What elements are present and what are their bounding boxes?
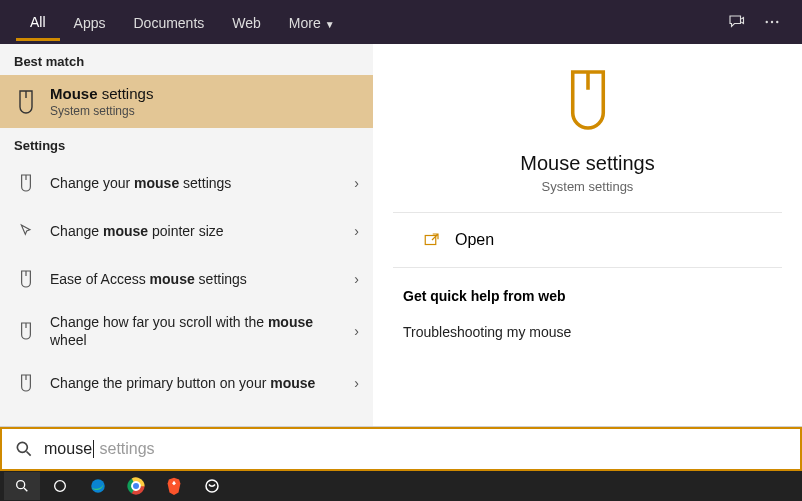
setting-item[interactable]: Change the primary button on your mouse …: [0, 359, 373, 407]
tab-documents[interactable]: Documents: [119, 5, 218, 39]
search-bar[interactable]: mouse settings: [0, 427, 802, 471]
setting-item[interactable]: Ease of Access mouse settings ›: [0, 255, 373, 303]
open-action[interactable]: Open: [393, 213, 782, 268]
chevron-right-icon: ›: [354, 223, 359, 239]
search-icon: [14, 439, 34, 459]
taskbar-app-icon[interactable]: [194, 472, 230, 500]
mouse-icon: [14, 317, 38, 345]
help-section-header: Get quick help from web: [373, 268, 802, 312]
svg-point-5: [17, 481, 25, 489]
setting-item[interactable]: Change your mouse settings ›: [0, 159, 373, 207]
tab-all[interactable]: All: [16, 4, 60, 41]
svg-point-0: [766, 21, 768, 23]
mouse-icon: [14, 88, 38, 116]
setting-item[interactable]: Change mouse pointer size ›: [0, 207, 373, 255]
mouse-icon: [14, 369, 38, 397]
chevron-right-icon: ›: [354, 375, 359, 391]
tab-more[interactable]: More▼: [275, 5, 349, 39]
taskbar-brave-icon[interactable]: [156, 472, 192, 500]
pointer-icon: [14, 217, 38, 245]
tab-apps[interactable]: Apps: [60, 5, 120, 39]
chevron-right-icon: ›: [354, 323, 359, 339]
svg-point-2: [776, 21, 778, 23]
taskbar: [0, 471, 802, 501]
settings-section-label: Settings: [0, 128, 373, 159]
mouse-icon: [14, 265, 38, 293]
setting-item-label: Change your mouse settings: [50, 174, 342, 192]
more-options-icon[interactable]: [758, 8, 786, 36]
feedback-icon[interactable]: [722, 8, 750, 36]
taskbar-search-icon[interactable]: [4, 472, 40, 500]
setting-item-label: Change the primary button on your mouse: [50, 374, 342, 392]
chevron-down-icon: ▼: [325, 19, 335, 30]
setting-item-label: Change mouse pointer size: [50, 222, 342, 240]
help-link[interactable]: Troubleshooting my mouse: [373, 312, 802, 352]
svg-point-4: [17, 442, 27, 452]
tab-more-label: More: [289, 15, 321, 31]
text-cursor: [93, 440, 94, 458]
best-match-label: Best match: [0, 44, 373, 75]
search-scope-tabs: All Apps Documents Web More▼: [0, 0, 802, 44]
taskbar-chrome-icon[interactable]: [118, 472, 154, 500]
search-typed-text: mouse: [44, 440, 92, 457]
search-suggestion-text: settings: [95, 440, 155, 457]
taskbar-edge-icon[interactable]: [80, 472, 116, 500]
taskbar-cortana-icon[interactable]: [42, 472, 78, 500]
search-input[interactable]: mouse settings: [44, 440, 788, 459]
chevron-right-icon: ›: [354, 175, 359, 191]
svg-point-12: [133, 483, 139, 489]
svg-point-1: [771, 21, 773, 23]
results-list: Best match Mouse settings System setting…: [0, 44, 373, 426]
mouse-icon: [560, 64, 616, 136]
detail-title: Mouse settings: [393, 152, 782, 175]
mouse-icon: [14, 169, 38, 197]
svg-rect-3: [425, 236, 436, 245]
best-match-title: Mouse settings: [50, 85, 153, 102]
setting-item[interactable]: Change how far you scroll with the mouse…: [0, 303, 373, 359]
detail-pane: Mouse settings System settings Open Get …: [373, 44, 802, 426]
tab-web[interactable]: Web: [218, 5, 275, 39]
best-match-result[interactable]: Mouse settings System settings: [0, 75, 373, 128]
svg-point-6: [55, 481, 66, 492]
open-icon: [423, 231, 441, 249]
chevron-right-icon: ›: [354, 271, 359, 287]
setting-item-label: Ease of Access mouse settings: [50, 270, 342, 288]
open-label: Open: [455, 231, 494, 249]
detail-subtitle: System settings: [393, 179, 782, 194]
setting-item-label: Change how far you scroll with the mouse…: [50, 313, 342, 349]
best-match-subtitle: System settings: [50, 104, 153, 118]
